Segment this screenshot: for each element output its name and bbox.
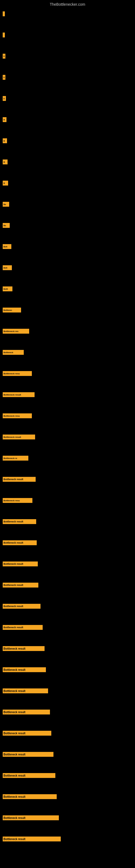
bar: Bottleneck result	[3, 519, 36, 524]
bar-label: Bottleneck result	[3, 563, 23, 565]
bar: B	[3, 117, 6, 122]
bar-row: Bottleneck result	[3, 603, 41, 609]
bar-label: Bottleneck result	[3, 520, 23, 523]
bar-row: Bottleneck result	[3, 582, 38, 588]
bar: Bottleneck	[3, 350, 24, 355]
bar-row: Bottleneck result	[3, 709, 50, 715]
bar: Bott	[3, 265, 12, 270]
bar-label: Bottleneck result	[3, 647, 26, 650]
bar-label: Bottleneck result	[3, 605, 23, 608]
bar: Bottleneck result	[3, 435, 35, 439]
bar: Bottleneck result	[3, 604, 41, 609]
bar-label: Bottleneck result	[3, 816, 26, 819]
bar-label: E	[3, 55, 5, 57]
bar-row: Bottleneck resu	[3, 497, 32, 503]
bar: Bottleneck result	[3, 752, 53, 757]
bar-row: Bottleneck result	[3, 794, 57, 800]
bar-row: B	[3, 138, 7, 144]
bar-label: Bottleneck re	[3, 457, 17, 460]
bars-container: EEEBBBBBoBoBottBottBottlBottlenecBottlen…	[0, 8, 135, 13]
bar-label: Bottleneck result	[3, 711, 26, 714]
bar: Bottleneck result	[3, 773, 55, 778]
bar-row: Bottleneck result	[3, 667, 46, 673]
bar-row: E	[3, 74, 5, 80]
bar-row: Bottleneck result	[3, 773, 55, 778]
bar: Bottleneck result	[3, 583, 38, 588]
bar-label: Bottleneck resu	[3, 372, 20, 375]
bar-label: Bottleneck result	[3, 795, 26, 798]
bar: E	[3, 75, 5, 80]
bar-label: Bottleneck result	[3, 584, 23, 586]
bar-label: B	[3, 119, 5, 121]
bar: Bottleneck result	[3, 540, 37, 545]
bar-label: E	[3, 76, 5, 79]
bar-row: Bottl	[3, 286, 12, 292]
bar-label: Bottleneck result	[3, 774, 26, 777]
bar: Bottlenec	[3, 308, 21, 312]
bar	[3, 11, 5, 16]
bar-row	[3, 32, 5, 38]
bar-label: B	[3, 140, 5, 142]
bar-row: Bottleneck res	[3, 328, 29, 334]
bar: Bottleneck result	[3, 646, 45, 651]
bar: Bottleneck result	[3, 815, 59, 820]
bar: B	[3, 159, 8, 164]
bar-label: Bott	[3, 246, 7, 248]
bar-label: Bottleneck result	[3, 436, 21, 438]
bar: Bottleneck result	[3, 392, 35, 397]
bar-label: Bottleneck result	[3, 753, 26, 756]
bar: Bottleneck resu	[3, 413, 32, 418]
bar-row: B	[3, 117, 6, 123]
bar-row: B	[3, 180, 8, 186]
bar: Bott	[3, 244, 11, 249]
bar-label: Bottl	[3, 288, 8, 290]
bar: Bottleneck result	[3, 794, 57, 799]
bar-label: Bottleneck resu	[3, 499, 20, 502]
bar: E	[3, 96, 6, 101]
bar-label: Bottleneck resu	[3, 415, 20, 417]
bar-row: Bottleneck resu	[3, 413, 32, 419]
bar-row: Bottleneck result	[3, 815, 59, 821]
bar	[3, 33, 5, 37]
bar-label: E	[3, 98, 5, 99]
bar: Bottleneck result	[3, 688, 48, 693]
bar-label: Bottleneck result	[3, 394, 21, 396]
bar-row: Bottleneck result	[3, 434, 35, 440]
bar: E	[3, 54, 5, 59]
bar-label: Bottleneck	[3, 351, 13, 353]
bar-row: Bottleneck result	[3, 476, 36, 482]
bar: B	[3, 181, 8, 186]
bar-label: Bott	[3, 267, 7, 269]
bar-row: Bottleneck result	[3, 836, 61, 842]
bar: Bottleneck result	[3, 561, 38, 566]
bar-label: Bo	[3, 225, 6, 226]
bar-label: B	[3, 182, 5, 184]
bar-label: Bottleneck result	[3, 689, 26, 692]
bar: Bottleneck re	[3, 456, 28, 461]
site-title: TheBottlenecker.com	[0, 0, 135, 9]
bar: Bottl	[3, 286, 12, 291]
bar: Bottleneck result	[3, 667, 46, 672]
bar-row: Bottleneck result	[3, 646, 45, 652]
bar-row: Bo	[3, 201, 9, 207]
bar-row: Bottleneck result	[3, 751, 53, 757]
bar: Bo	[3, 223, 10, 228]
bar: Bottleneck result	[3, 731, 51, 736]
bar: Bottleneck result	[3, 837, 61, 841]
bar: Bottleneck resu	[3, 498, 32, 503]
bar-row: Bo	[3, 222, 10, 228]
bar-row: Bottleneck result	[3, 730, 51, 736]
bar-label: B	[3, 161, 5, 163]
bar-row: Bottleneck re	[3, 455, 28, 461]
bar: B	[3, 138, 7, 143]
bar-label: Bottleneck result	[3, 626, 23, 629]
bar-row: Bottleneck result	[3, 519, 36, 525]
bar-row: Bott	[3, 265, 12, 271]
bar-row: E	[3, 53, 5, 59]
bar-label: Bottleneck result	[3, 838, 26, 841]
bar: Bo	[3, 202, 9, 207]
bar: Bottleneck result	[3, 477, 36, 482]
bar: Bottleneck result	[3, 625, 43, 630]
bar-row: Bottleneck	[3, 349, 24, 355]
bar-label: Bottlenec	[3, 309, 12, 311]
